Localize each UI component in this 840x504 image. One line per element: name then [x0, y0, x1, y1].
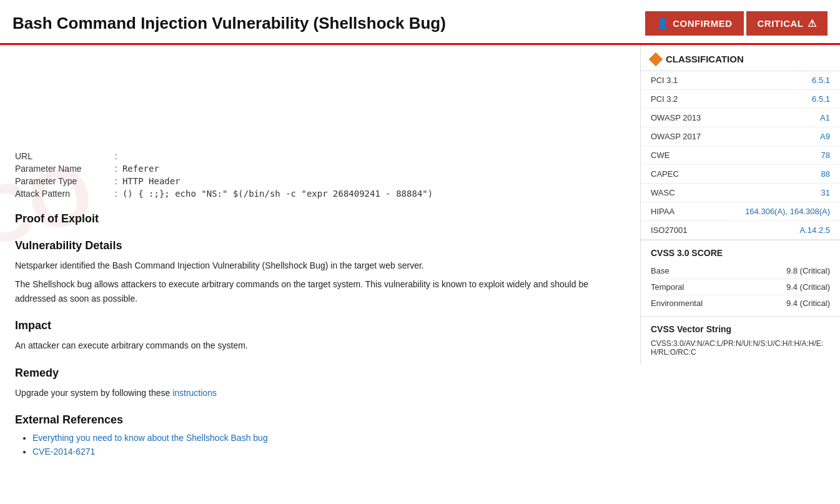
table-row: OWASP 2013A1	[641, 109, 840, 127]
cvss-label: Temporal	[651, 282, 684, 292]
param-name-value: Referer	[122, 164, 159, 174]
cvss-row: Base9.8 (Critical)	[651, 263, 830, 279]
sidebar: CLASSIFICATION PCI 3.16.5.1PCI 3.26.5.1O…	[640, 45, 840, 364]
url-label: URL	[15, 151, 115, 161]
class-label: PCI 3.2	[641, 90, 721, 109]
classification-title: CLASSIFICATION	[666, 54, 744, 64]
confirmed-icon: 👤	[656, 17, 670, 29]
class-value[interactable]: 88	[721, 165, 840, 184]
critical-label: CRITICAL	[758, 18, 804, 29]
cvss-vector-title: CVSS Vector String	[651, 324, 830, 334]
remedy-text: Upgrade your system by following these i…	[15, 386, 625, 400]
attack-pattern-label: Attack Pattern	[15, 189, 115, 199]
param-type-value: HTTP Header	[122, 176, 180, 186]
vuln-details-text2: The Shellshock bug allows attackers to e…	[15, 277, 625, 305]
remedy-link[interactable]: instructions	[172, 388, 217, 398]
ext-ref-link-2[interactable]: CVE-2014-6271	[32, 447, 95, 457]
table-row: CAPEC88	[641, 165, 840, 184]
param-name-row: Parameter Name : Referer	[15, 164, 625, 174]
param-name-label: Parameter Name	[15, 164, 115, 174]
attack-pattern-sep: :	[115, 189, 117, 199]
page-header: Bash Command Injection Vulnerability (Sh…	[0, 0, 840, 45]
table-row: CWE78	[641, 146, 840, 165]
class-value[interactable]: 164.306(A), 164.308(A)	[721, 202, 840, 221]
cvss-vector-value: CVSS:3.0/AV:N/AC:L/PR:N/UI:N/S:U/C:H/I:H…	[651, 339, 830, 357]
param-name-sep: :	[115, 164, 117, 174]
info-table: URL : Parameter Name : Referer Parameter…	[15, 151, 625, 199]
class-value[interactable]: A9	[721, 127, 840, 146]
table-row: WASC31	[641, 184, 840, 202]
class-label: OWASP 2017	[641, 127, 721, 146]
table-row: ISO27001A.14.2.5	[641, 221, 840, 240]
attack-pattern-row: Attack Pattern : () { :;}; echo "NS:" $(…	[15, 189, 625, 199]
table-row: HIPAA164.306(A), 164.308(A)	[641, 202, 840, 221]
impact-text: An attacker can execute arbitrary comman…	[15, 338, 625, 352]
class-value[interactable]: A1	[721, 109, 840, 127]
url-row: URL :	[15, 151, 625, 161]
class-value[interactable]: 6.5.1	[721, 90, 840, 109]
table-row: PCI 3.16.5.1	[641, 71, 840, 90]
class-label: ISO27001	[641, 221, 721, 240]
ext-ref-list: Everything you need to know about the Sh…	[15, 433, 625, 457]
cvss-section: CVSS 3.0 SCORE Base9.8 (Critical)Tempora…	[641, 240, 840, 316]
badge-container: 👤 CONFIRMED CRITICAL ⚠	[645, 11, 828, 36]
page-title: Bash Command Injection Vulnerability (Sh…	[12, 14, 446, 33]
cvss-value: 9.4 (Critical)	[786, 282, 830, 292]
param-type-row: Parameter Type : HTTP Header	[15, 176, 625, 186]
vuln-details-text1: Netsparker identified the Bash Command I…	[15, 259, 625, 272]
table-row: OWASP 2017A9	[641, 127, 840, 146]
class-label: CAPEC	[641, 165, 721, 184]
class-label: HIPAA	[641, 202, 721, 221]
ext-ref-title: External References	[15, 413, 625, 427]
url-sep: :	[115, 151, 117, 161]
classification-header: CLASSIFICATION	[641, 45, 840, 71]
param-type-label: Parameter Type	[15, 176, 115, 186]
table-row: PCI 3.26.5.1	[641, 90, 840, 109]
cvss-row: Temporal9.4 (Critical)	[651, 279, 830, 295]
class-label: CWE	[641, 146, 721, 165]
list-item: Everything you need to know about the Sh…	[32, 433, 625, 443]
cvss-value: 9.4 (Critical)	[786, 299, 830, 308]
diamond-icon	[649, 52, 663, 66]
confirmed-label: CONFIRMED	[673, 18, 732, 29]
cvss-label: Base	[651, 266, 670, 275]
ext-ref-link-1[interactable]: Everything you need to know about the Sh…	[32, 433, 268, 443]
cvss-vector-section: CVSS Vector String CVSS:3.0/AV:N/AC:L/PR…	[641, 316, 840, 364]
class-value[interactable]: 31	[721, 184, 840, 202]
classification-table: PCI 3.16.5.1PCI 3.26.5.1OWASP 2013A1OWAS…	[641, 71, 840, 240]
critical-badge: CRITICAL ⚠	[746, 11, 828, 36]
class-label: OWASP 2013	[641, 109, 721, 127]
cvss-label: Environmental	[651, 299, 703, 308]
cvss-score-title: CVSS 3.0 SCORE	[651, 248, 830, 258]
class-value[interactable]: 78	[721, 146, 840, 165]
class-value[interactable]: 6.5.1	[721, 71, 840, 90]
confirmed-badge: 👤 CONFIRMED	[645, 11, 744, 36]
class-label: PCI 3.1	[641, 71, 721, 90]
remedy-text-before: Upgrade your system by following these	[15, 388, 172, 398]
impact-title: Impact	[15, 319, 625, 332]
critical-icon: ⚠	[808, 17, 817, 29]
main-content: CO URL : Parameter Name : Referer Parame…	[0, 45, 640, 473]
main-layout: CO URL : Parameter Name : Referer Parame…	[0, 45, 840, 473]
cvss-value: 9.8 (Critical)	[786, 266, 830, 275]
cvss-row: Environmental9.4 (Critical)	[651, 295, 830, 311]
remedy-title: Remedy	[15, 367, 625, 380]
proof-title: Proof of Exploit	[15, 212, 625, 225]
class-label: WASC	[641, 184, 721, 202]
list-item: CVE-2014-6271	[32, 447, 625, 457]
attack-pattern-value: () { :;}; echo "NS:" $(/bin/sh -c "expr …	[122, 189, 433, 199]
vuln-details-title: Vulnerability Details	[15, 239, 625, 252]
class-value[interactable]: A.14.2.5	[721, 221, 840, 240]
param-type-sep: :	[115, 176, 117, 186]
